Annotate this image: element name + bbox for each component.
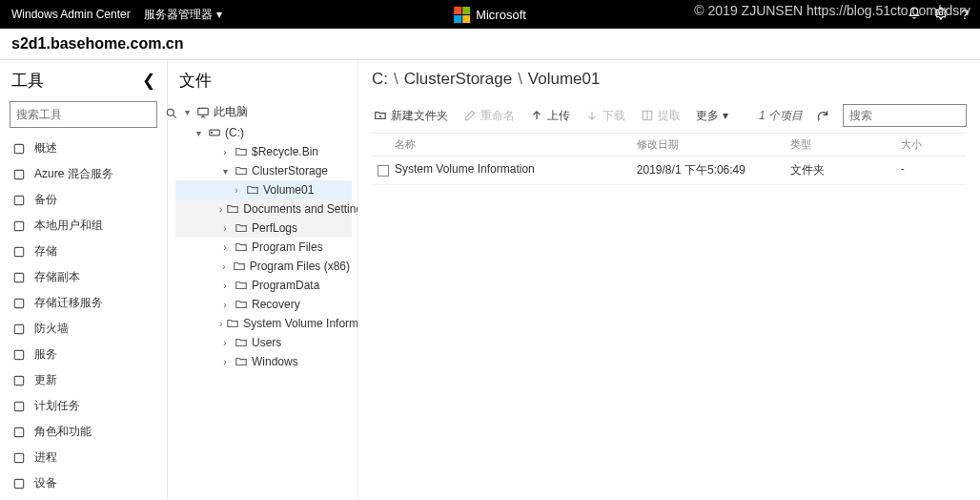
col-header-name[interactable]: 名称 [395,137,637,152]
gear-icon[interactable] [934,7,948,23]
breadcrumb: C:\ClusterStorage\Volume01 [372,68,967,100]
tool-item-角色和功能[interactable]: 角色和功能 [0,419,167,445]
tool-item-本地用户和组[interactable]: 本地用户和组 [0,213,167,239]
computer-icon [196,106,210,119]
table-row[interactable]: System Volume Information2019/8/1 下午5:06… [372,156,967,185]
more-button[interactable]: 更多 ▾ [694,106,730,126]
tool-item-备份[interactable]: 备份 [0,187,167,213]
brand-label: Windows Admin Center [11,8,131,21]
breadcrumb-separator: \ [394,70,398,88]
updates-icon [11,373,27,388]
tool-item-label: 进程 [34,449,57,466]
tree-item[interactable]: ›Documents and Settings [175,199,352,219]
tool-item-更新[interactable]: 更新 [0,367,167,393]
download-button: 下载 [583,106,627,126]
tools-search-input[interactable] [16,108,159,121]
tree-drive[interactable]: ▾ (C:) [175,123,352,142]
tool-item-概述[interactable]: 概述 [0,135,167,161]
folder-icon [235,298,248,311]
overview-icon [11,141,27,156]
rename-label: 重命名 [480,108,515,124]
tree-item[interactable]: ›Recovery [175,295,352,314]
tool-item-计划任务[interactable]: 计划任务 [0,393,167,419]
folder-icon [235,221,248,235]
tool-item-防火墙[interactable]: 防火墙 [0,316,167,342]
tool-item-label: 备份 [34,192,57,208]
tool-item-label: 本地用户和组 [34,218,103,234]
collapse-tools-icon[interactable]: ❮ [142,71,155,91]
tool-item-label: 更新 [34,372,57,388]
tool-item-label: 概述 [34,140,57,156]
tool-item-服务[interactable]: 服务 [0,342,167,367]
col-header-type[interactable]: 类型 [790,137,900,152]
tree-item[interactable]: ›Users [175,333,352,352]
chevron-right-icon: › [219,300,231,310]
file-table: 名称 修改日期 类型 大小 System Volume Information2… [372,134,967,185]
breadcrumb-segment[interactable]: C: [372,70,388,88]
tools-title: 工具 [11,70,44,92]
tree-item[interactable]: ›System Volume Information [175,314,352,333]
tools-search[interactable] [10,101,157,128]
tasks-icon [11,399,27,414]
tree-item-label: System Volume Information [243,317,358,330]
chevron-right-icon: › [219,204,222,215]
tool-item-存储迁移服务[interactable]: 存储迁移服务 [0,290,167,316]
svg-rect-16 [14,479,23,488]
tool-item-label: Azure 混合服务 [34,166,113,182]
tree-item[interactable]: ›ProgramData [175,276,352,295]
file-toolbar: 新建文件夹 重命名 上传 下载 提取 更多 ▾ 1 [372,100,967,134]
tree-item-label: Volume01 [263,183,314,197]
tree-item[interactable]: ▾ClusterStorage [175,161,352,180]
tree-title: 文件 [175,68,352,101]
tree-root[interactable]: ▾ 此电脑 [175,101,352,123]
tool-item-事件[interactable]: 事件 [0,496,167,500]
hostname: s2d1.basehome.com.cn [11,35,184,52]
context-dropdown[interactable]: 服务器管理器 ▾ [144,7,222,23]
tree-item-label: ClusterStorage [252,164,328,177]
col-header-size[interactable]: 大小 [901,137,967,152]
help-icon[interactable]: ? [961,7,969,22]
cell-name: System Volume Information [395,162,637,178]
chevron-right-icon: › [219,223,231,234]
roles-icon [11,425,27,440]
upload-button[interactable]: 上传 [528,106,572,126]
refresh-button[interactable] [814,107,831,124]
chevron-down-icon: ▾ [723,109,728,122]
tree-item[interactable]: ›PerfLogs [175,219,352,238]
tools-list: 概述Azure 混合服务备份本地用户和组存储存储副本存储迁移服务防火墙服务更新计… [0,135,167,500]
cell-type: 文件夹 [790,162,900,178]
tool-item-存储[interactable]: 存储 [0,239,167,264]
tool-item-设备[interactable]: 设备 [0,470,167,496]
subheader: s2d1.basehome.com.cn [0,29,980,59]
rename-button: 重命名 [461,106,517,126]
context-label: 服务器管理器 [144,7,213,23]
new-folder-label: 新建文件夹 [391,108,448,124]
tree-item[interactable]: ›Windows [175,352,352,371]
tree-item[interactable]: ›Program Files [175,238,352,257]
tree-item-label: Program Files [252,240,323,254]
svg-rect-7 [14,247,23,256]
tool-item-Azure 混合服务[interactable]: Azure 混合服务 [0,161,167,187]
tool-item-label: 计划任务 [34,398,80,414]
folder-icon [246,183,259,197]
row-checkbox[interactable] [378,165,389,177]
file-search-input[interactable] [849,109,980,122]
file-search[interactable] [843,104,967,127]
svg-rect-12 [14,376,23,385]
tree-item[interactable]: ›Program Files (x86) [175,257,352,276]
chevron-right-icon: › [219,242,231,253]
tree-item-label: Windows [252,355,298,368]
notifications-icon[interactable] [908,7,921,23]
tree-item-label: Program Files (x86) [250,260,350,273]
new-folder-button[interactable]: 新建文件夹 [372,106,450,126]
tree-item[interactable]: ›$Recycle.Bin [175,142,352,161]
file-tree: 文件 ▾ 此电脑 ▾ (C:) ›$Recycle.Bin▾ClusterSto… [168,60,358,500]
tool-item-label: 防火墙 [34,321,69,337]
tree-item[interactable]: ›Volume01 [175,180,352,199]
devices-icon [11,476,27,491]
tool-item-进程[interactable]: 进程 [0,445,167,470]
breadcrumb-segment[interactable]: ClusterStorage [404,70,512,88]
tool-item-存储副本[interactable]: 存储副本 [0,264,167,290]
breadcrumb-segment[interactable]: Volume01 [528,70,601,88]
col-header-date[interactable]: 修改日期 [637,137,791,152]
